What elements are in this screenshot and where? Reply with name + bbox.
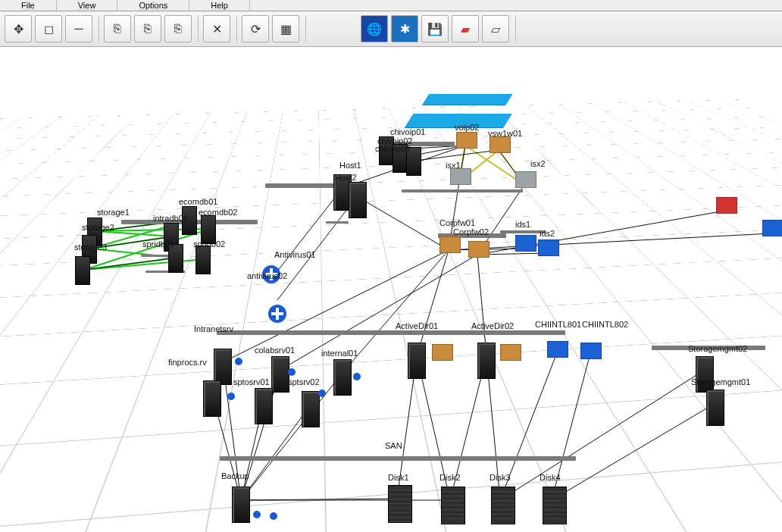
palette-save-icon[interactable]: 💾 — [421, 15, 449, 42]
label-disk2: Disk2 — [439, 473, 461, 482]
label-activedir01: ActiveDir01 — [396, 321, 438, 330]
node-ad_rack2[interactable] — [500, 344, 521, 361]
rack-bar — [326, 221, 349, 224]
node-isx2[interactable] — [515, 171, 536, 188]
node-corpfw02[interactable] — [468, 241, 490, 258]
node-disk4[interactable] — [543, 487, 567, 524]
menu-options[interactable]: Options — [117, 0, 189, 11]
tool-select[interactable]: ◻ — [35, 15, 62, 42]
tool-move[interactable]: ✥ — [5, 15, 32, 42]
label-ecomdb01: ecomdb01 — [179, 197, 217, 206]
network-scene[interactable]: storage1storage2storage3ecomdb01ecomdb02… — [0, 47, 782, 532]
menu-view[interactable]: View — [57, 0, 118, 11]
rack-bar — [217, 330, 565, 335]
label-disk4: Disk4 — [540, 473, 561, 482]
tool-copy2[interactable]: ⎘ — [134, 15, 161, 42]
palette-router-icon[interactable]: ✱ — [391, 15, 418, 42]
menu-bar: File View Options Help — [0, 0, 782, 11]
node-sptosrv02[interactable] — [302, 391, 320, 427]
label-isx2: isx2 — [530, 159, 546, 168]
label-antivirus02: antivirus02 — [247, 271, 287, 280]
svg-line-15 — [84, 258, 177, 270]
status-dot — [253, 511, 261, 518]
tool-grid[interactable]: ▦ — [272, 15, 299, 42]
status-dot — [227, 393, 235, 400]
svg-line-21 — [477, 255, 486, 356]
label-colabsrv01: colabsrv01 — [255, 346, 295, 355]
node-activedir02[interactable] — [477, 343, 496, 379]
tool-copy[interactable]: ⎘ — [104, 15, 131, 42]
node-intranetsrv[interactable] — [214, 349, 232, 385]
platform — [423, 94, 513, 105]
rack-bar — [402, 189, 523, 192]
node-red1[interactable] — [716, 197, 737, 214]
menu-help[interactable]: Help — [189, 0, 250, 11]
label-storagemgmt02: Storagemgmt02 — [688, 344, 747, 353]
svg-line-17 — [277, 196, 358, 300]
node-isx1[interactable] — [450, 168, 471, 185]
node-antivirus02[interactable] — [268, 305, 286, 323]
label-intranetsrv: Intranetsrv — [194, 324, 233, 333]
tool-delete[interactable]: ✕ — [203, 15, 230, 42]
label-sptosrv01: sptosrv01 — [233, 377, 270, 386]
node-disk1[interactable] — [388, 485, 412, 523]
label-backup: Backup — [221, 471, 249, 480]
menu-file[interactable]: File — [0, 0, 57, 11]
tool-refresh[interactable]: ⟳ — [242, 15, 269, 42]
rack-bar — [220, 456, 576, 461]
svg-line-37 — [241, 405, 311, 500]
node-disk3[interactable] — [491, 487, 515, 524]
svg-line-44 — [500, 370, 705, 500]
label-ecomdb02: ecomdb02 — [199, 208, 237, 217]
node-spridb02[interactable] — [196, 246, 211, 274]
node-vsw01[interactable] — [490, 136, 511, 153]
label-corpfw01: Corpfw01 — [439, 218, 475, 227]
label-isx1: isx1 — [446, 161, 461, 170]
node-ad_rack1[interactable] — [432, 344, 453, 361]
node-blue1[interactable] — [762, 220, 782, 236]
node-disk2[interactable] — [441, 487, 465, 524]
label-chivoip01: chivoip01 — [390, 127, 425, 136]
label-chiintl801: CHIINTL801 — [535, 320, 581, 329]
label-antivirus01: Antivirus01 — [274, 250, 315, 259]
toolbar: ✥ ◻ ─ ⎘ ⎘ ⎘ ✕ ⟳ ▦ 🌐 ✱ 💾 ▰ ▱ — [0, 11, 782, 47]
status-dot — [288, 368, 296, 376]
status-dot — [353, 373, 361, 380]
status-dot — [235, 358, 242, 365]
node-finprocsrv[interactable] — [203, 380, 221, 417]
node-activedir01[interactable] — [408, 343, 426, 379]
palette-globe-icon[interactable]: 🌐 — [361, 15, 388, 42]
label-chivoip03: chivoip03 — [375, 144, 410, 153]
node-voip02[interactable] — [456, 132, 477, 149]
label-sptosrv02: sptsrv02 — [288, 377, 320, 386]
node-host2[interactable] — [349, 182, 367, 218]
label-activedir02: ActiveDir02 — [471, 321, 514, 330]
palette-red-plane[interactable]: ▰ — [452, 15, 479, 42]
node-backup[interactable] — [232, 487, 250, 523]
node-corpfw01[interactable] — [439, 236, 461, 253]
label-vsw01: vsw1w01 — [488, 129, 522, 138]
node-storagemgmt02[interactable] — [696, 356, 714, 393]
label-storage2: storage2 — [82, 223, 114, 232]
status-dot — [270, 512, 277, 520]
label-storage1: storage1 — [97, 208, 130, 217]
status-dot — [318, 390, 326, 397]
node-ids1[interactable] — [515, 235, 536, 252]
node-storagemgmt01[interactable] — [706, 390, 724, 426]
node-sptosrv01[interactable] — [255, 388, 273, 424]
tool-link[interactable]: ─ — [65, 15, 92, 42]
node-internal01[interactable] — [333, 359, 352, 396]
label-corpfw02: Corpfw02 — [453, 227, 489, 236]
label-intradb01: intradb01 — [153, 214, 188, 223]
node-chiintl801[interactable] — [547, 341, 568, 358]
tool-paste[interactable]: ⎘ — [164, 15, 192, 42]
label-disk1: Disk1 — [388, 473, 409, 482]
node-colabsrv01[interactable] — [271, 356, 289, 393]
node-chiintl802[interactable] — [580, 343, 602, 359]
label-host2: Host2 — [335, 173, 357, 182]
palette-white-plane[interactable]: ▱ — [482, 15, 509, 42]
node-ids2[interactable] — [538, 239, 559, 256]
node-storage3[interactable] — [75, 256, 90, 285]
label-voip02: voip02 — [455, 123, 479, 132]
svg-line-20 — [417, 250, 449, 356]
